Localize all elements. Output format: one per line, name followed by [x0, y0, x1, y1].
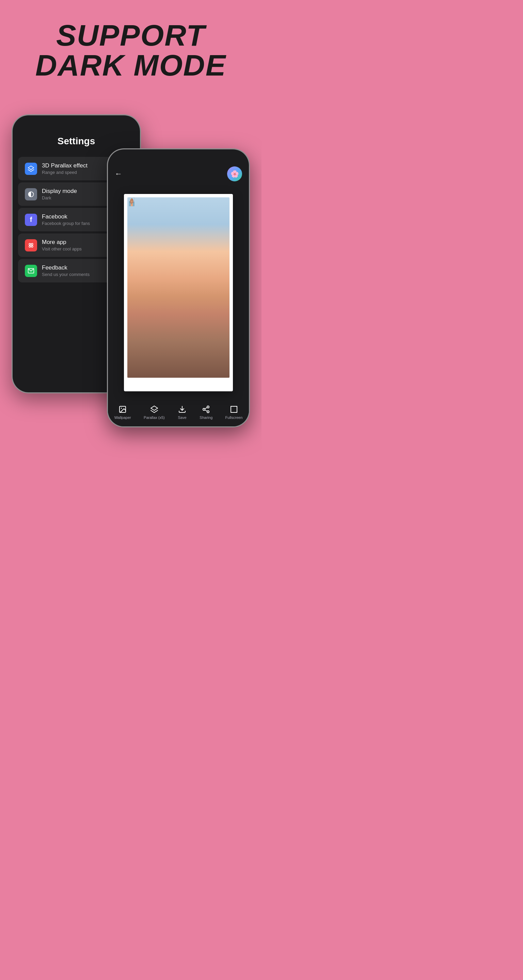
toolbar-item-fullscreen[interactable]: Fullscreen [225, 404, 243, 420]
moreapp-title: More app [42, 239, 82, 246]
svg-point-2 [29, 243, 31, 245]
display-title: Display mode [42, 188, 77, 195]
svg-rect-31 [231, 406, 237, 412]
svg-point-22 [132, 200, 132, 201]
avatar[interactable]: 🌸 [227, 166, 242, 181]
fullscreen-label: Fullscreen [225, 415, 243, 420]
toolbar-item-parallax[interactable]: Parallax (x5) [144, 404, 165, 420]
wallpaper-label: Wallpaper [115, 415, 131, 420]
facebook-subtitle: Facebook group for fans [42, 221, 90, 226]
svg-point-19 [132, 200, 132, 200]
feedback-title: Feedback [42, 264, 89, 271]
svg-marker-0 [28, 166, 34, 169]
svg-line-29 [205, 410, 207, 411]
parallax-subtitle: Range and speed [42, 170, 88, 175]
toolbar-item-sharing[interactable]: Sharing [199, 404, 212, 420]
wallpaper-icon [118, 404, 128, 414]
fullscreen-icon [229, 404, 239, 414]
svg-point-21 [131, 200, 131, 201]
apps-icon [25, 239, 37, 251]
sharing-icon [201, 404, 211, 414]
photo-frame [124, 194, 233, 391]
save-label: Save [178, 415, 187, 420]
display-subtitle: Dark [42, 195, 77, 200]
photo-content [128, 197, 230, 378]
svg-marker-25 [151, 406, 158, 410]
phones-container: Settings 3D Parallax effect Range and sp… [11, 94, 250, 434]
feedback-subtitle: Send us your comments [42, 272, 89, 277]
svg-point-18 [131, 200, 132, 200]
facebook-title: Facebook [42, 213, 90, 220]
facebook-icon: f [25, 214, 37, 226]
svg-rect-10 [131, 203, 133, 206]
settings-title: Settings [13, 136, 140, 147]
layers-icon [25, 163, 37, 175]
sharing-label: Sharing [199, 415, 212, 420]
svg-point-24 [121, 408, 122, 409]
svg-point-4 [29, 245, 31, 247]
toolbar-item-wallpaper[interactable]: Wallpaper [115, 404, 131, 420]
save-icon [177, 404, 187, 414]
wallpaper-toolbar: Wallpaper Parallax (x5) [108, 401, 249, 426]
wallpaper-image-area [108, 185, 249, 401]
display-icon [25, 188, 37, 200]
svg-point-5 [31, 245, 33, 247]
toolbar-item-save[interactable]: Save [177, 404, 187, 420]
feedback-icon [25, 265, 37, 277]
wallpaper-header: ← 🌸 [108, 150, 249, 185]
wallpaper-phone: ← 🌸 [107, 148, 250, 427]
parallax-tb-label: Parallax (x5) [144, 415, 165, 420]
back-button[interactable]: ← [115, 169, 122, 178]
svg-point-3 [31, 243, 33, 245]
svg-line-30 [205, 408, 207, 409]
moreapp-subtitle: Visit other cool apps [42, 247, 82, 251]
parallax-tb-icon [150, 404, 159, 414]
hero-title: SUPPORT DARK MODE [35, 21, 226, 80]
svg-point-17 [131, 199, 132, 199]
parallax-title: 3D Parallax effect [42, 162, 88, 169]
